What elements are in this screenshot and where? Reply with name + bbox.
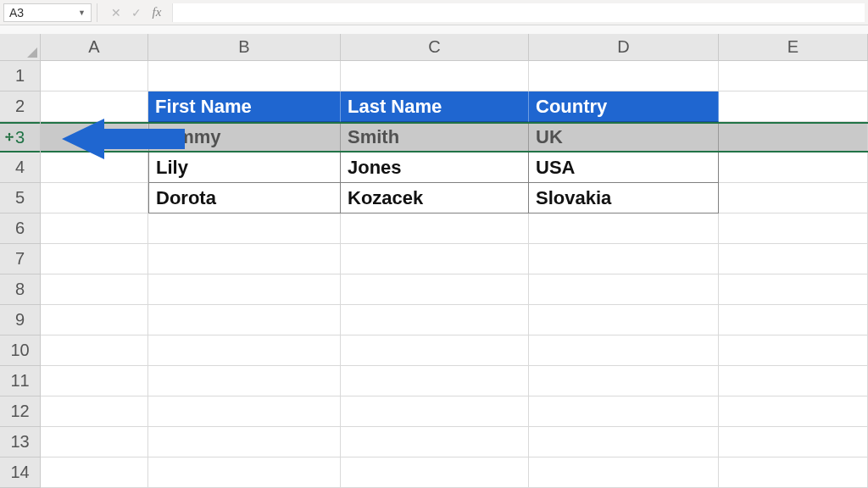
cell-B2[interactable]: First Name [148, 92, 341, 122]
cell-D10[interactable] [529, 336, 719, 366]
cell-C3[interactable]: Smith [341, 122, 529, 152]
cell-A2[interactable] [41, 92, 148, 122]
cell-B5[interactable]: Dorota [148, 183, 341, 214]
cell-D14[interactable] [529, 458, 719, 488]
cell-B10[interactable] [148, 336, 341, 366]
row-header-9[interactable]: 9 [0, 305, 40, 336]
spreadsheet-grid: 1 2 ✢ 3 4 5 6 7 8 9 10 11 12 13 14 A B C… [0, 34, 868, 488]
cell-C4[interactable]: Jones [341, 152, 529, 183]
cell-B11[interactable] [148, 366, 341, 396]
cell-A1[interactable] [41, 61, 148, 92]
name-box[interactable]: A3 ▼ [3, 3, 92, 22]
cell-B13[interactable] [148, 427, 341, 458]
cell-B1[interactable] [148, 61, 341, 92]
cell-A10[interactable] [41, 336, 148, 366]
row-header-3[interactable]: ✢ 3 [0, 122, 40, 152]
cell-D2[interactable]: Country [529, 92, 719, 122]
cell-A9[interactable] [41, 305, 148, 336]
cell-D5[interactable]: Slovakia [529, 183, 719, 214]
row-header-7[interactable]: 7 [0, 244, 40, 274]
cell-D9[interactable] [529, 305, 719, 336]
cell-C8[interactable] [341, 274, 529, 305]
cell-E7[interactable] [719, 244, 868, 274]
cell-E1[interactable] [719, 61, 868, 92]
cell-E3[interactable] [719, 122, 868, 152]
cell-D4[interactable]: USA [529, 152, 719, 183]
cell-A7[interactable] [41, 244, 148, 274]
cell-C14[interactable] [341, 458, 529, 488]
row-header-10[interactable]: 10 [0, 336, 40, 366]
cell-A6[interactable] [41, 214, 148, 244]
cell-D7[interactable] [529, 244, 719, 274]
row-header-1[interactable]: 1 [0, 61, 40, 92]
cell-D1[interactable] [529, 61, 719, 92]
cell-E5[interactable] [719, 183, 868, 214]
cell-C10[interactable] [341, 336, 529, 366]
cell-A13[interactable] [41, 427, 148, 458]
cell-B3[interactable]: Tommy [148, 122, 341, 152]
cell-B8[interactable] [148, 274, 341, 305]
col-header-A[interactable]: A [41, 34, 148, 60]
cell-E13[interactable] [719, 427, 868, 458]
cell-C11[interactable] [341, 366, 529, 396]
table-header: Last Name [348, 96, 442, 118]
col-header-B[interactable]: B [148, 34, 341, 60]
cell-E14[interactable] [719, 458, 868, 488]
row-header-6[interactable]: 6 [0, 214, 40, 244]
cell-E4[interactable] [719, 152, 868, 183]
cancel-icon[interactable]: ✕ [106, 3, 126, 22]
cell-A12[interactable] [41, 396, 148, 427]
table-header: Country [536, 96, 607, 118]
row-header-11[interactable]: 11 [0, 366, 40, 396]
row-header-13[interactable]: 13 [0, 427, 40, 458]
row-header-14[interactable]: 14 [0, 458, 40, 488]
cell-E9[interactable] [719, 305, 868, 336]
cell-C6[interactable] [341, 214, 529, 244]
table-cell: Tommy [156, 126, 221, 148]
cell-A3[interactable] [41, 122, 148, 152]
cell-E6[interactable] [719, 214, 868, 244]
confirm-icon[interactable]: ✓ [126, 3, 147, 22]
cell-B9[interactable] [148, 305, 341, 336]
cell-E2[interactable] [719, 92, 868, 122]
cell-C1[interactable] [341, 61, 529, 92]
cell-D12[interactable] [529, 396, 719, 427]
row-header-12[interactable]: 12 [0, 396, 40, 427]
col-header-D[interactable]: D [529, 34, 719, 60]
col-header-C[interactable]: C [341, 34, 529, 60]
cell-A8[interactable] [41, 274, 148, 305]
cell-B14[interactable] [148, 458, 341, 488]
cell-D13[interactable] [529, 427, 719, 458]
chevron-down-icon[interactable]: ▼ [78, 8, 86, 17]
cell-C13[interactable] [341, 427, 529, 458]
cell-C7[interactable] [341, 244, 529, 274]
cell-B4[interactable]: Lily [148, 152, 341, 183]
select-all-corner[interactable] [0, 34, 41, 61]
cell-D8[interactable] [529, 274, 719, 305]
row-header-2[interactable]: 2 [0, 92, 40, 122]
cell-A5[interactable] [41, 183, 148, 214]
cell-B12[interactable] [148, 396, 341, 427]
cell-A11[interactable] [41, 366, 148, 396]
fx-icon[interactable]: fx [147, 3, 167, 22]
cell-B7[interactable] [148, 244, 341, 274]
cell-D3[interactable]: UK [529, 122, 719, 152]
row-header-8[interactable]: 8 [0, 274, 40, 305]
cell-B6[interactable] [148, 214, 341, 244]
col-header-E[interactable]: E [719, 34, 868, 60]
formula-input[interactable] [172, 3, 865, 22]
cell-A14[interactable] [41, 458, 148, 488]
cell-E10[interactable] [719, 336, 868, 366]
cell-E8[interactable] [719, 274, 868, 305]
row-header-5[interactable]: 5 [0, 183, 40, 214]
cell-C2[interactable]: Last Name [341, 92, 529, 122]
cell-A4[interactable] [41, 152, 148, 183]
cell-D6[interactable] [529, 214, 719, 244]
cell-C12[interactable] [341, 396, 529, 427]
cell-C5[interactable]: Kozacek [341, 183, 529, 214]
cell-C9[interactable] [341, 305, 529, 336]
row-header-4[interactable]: 4 [0, 152, 40, 183]
cell-E11[interactable] [719, 366, 868, 396]
cell-D11[interactable] [529, 366, 719, 396]
cell-E12[interactable] [719, 396, 868, 427]
